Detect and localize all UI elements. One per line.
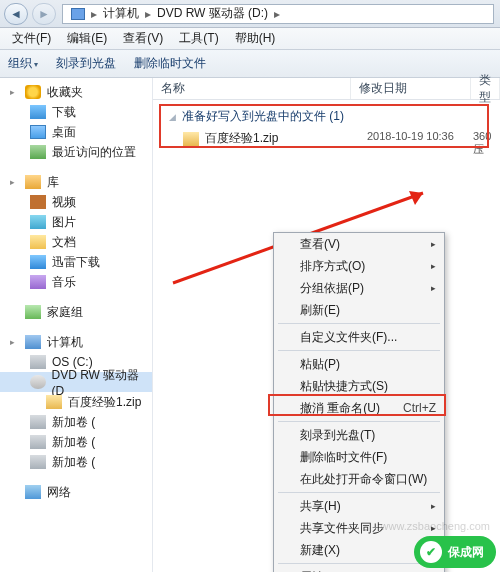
computer-icon (71, 8, 85, 20)
sidebar-computer[interactable]: ▸计算机 (0, 332, 152, 352)
ctx-properties[interactable]: 属性(R) (274, 566, 444, 572)
drive-icon (30, 355, 46, 369)
sidebar-newvol2[interactable]: 新加卷 ( (0, 432, 152, 452)
shortcut-label: Ctrl+Z (403, 401, 436, 415)
organize-button[interactable]: 组织 (8, 55, 38, 72)
menu-view[interactable]: 查看(V) (115, 30, 171, 47)
sidebar-xunlei[interactable]: 迅雷下载 (0, 252, 152, 272)
breadcrumb-segment[interactable]: 计算机 (99, 5, 143, 22)
toolbar: 组织 刻录到光盘 删除临时文件 (0, 50, 500, 78)
desktop-icon (30, 125, 46, 139)
nav-forward-button[interactable]: ► (32, 3, 56, 25)
submenu-arrow-icon: ▸ (431, 261, 436, 271)
col-modified[interactable]: 修改日期 (351, 78, 471, 99)
nav-back-button[interactable]: ◄ (4, 3, 28, 25)
drive-icon (30, 415, 46, 429)
separator (278, 350, 440, 351)
picture-icon (30, 215, 46, 229)
sidebar-pictures[interactable]: 图片 (0, 212, 152, 232)
file-date: 2018-10-19 10:36 (367, 130, 454, 142)
chevron-right-icon: ▸ (143, 7, 153, 21)
separator (278, 492, 440, 493)
breadcrumb[interactable]: ▸ 计算机 ▸ DVD RW 驱动器 (D:) ▸ (62, 4, 494, 24)
watermark-badge: ✔ 保成网 (414, 536, 496, 568)
ctx-customize[interactable]: 自定义文件夹(F)... (274, 326, 444, 348)
ctx-paste-shortcut[interactable]: 粘贴快捷方式(S) (274, 375, 444, 397)
submenu-arrow-icon: ▸ (431, 239, 436, 249)
ctx-share[interactable]: 共享(H)▸ (274, 495, 444, 517)
library-icon (25, 175, 41, 189)
sidebar-favorites[interactable]: ▸收藏夹 (0, 82, 152, 102)
menu-file[interactable]: 文件(F) (4, 30, 59, 47)
sidebar-music[interactable]: 音乐 (0, 272, 152, 292)
download-icon (30, 105, 46, 119)
ctx-paste[interactable]: 粘贴(P) (274, 353, 444, 375)
sidebar-homegroup[interactable]: 家庭组 (0, 302, 152, 322)
sidebar-newvol3[interactable]: 新加卷 ( (0, 452, 152, 472)
star-icon (25, 85, 41, 99)
burn-button[interactable]: 刻录到光盘 (56, 55, 116, 72)
delete-temp-button[interactable]: 删除临时文件 (134, 55, 206, 72)
sidebar-zip-file[interactable]: 百度经验1.zip (0, 392, 152, 412)
document-icon (30, 235, 46, 249)
col-name[interactable]: 名称 (153, 78, 351, 99)
separator (278, 421, 440, 422)
menu-help[interactable]: 帮助(H) (227, 30, 284, 47)
watermark-url: www.zsbaocheng.com (381, 520, 490, 532)
ctx-sort[interactable]: 排序方式(O)▸ (274, 255, 444, 277)
separator (278, 563, 440, 564)
ctx-view[interactable]: 查看(V)▸ (274, 233, 444, 255)
computer-icon (25, 335, 41, 349)
chevron-right-icon: ▸ (89, 7, 99, 21)
sidebar-network[interactable]: 网络 (0, 482, 152, 502)
submenu-arrow-icon: ▸ (431, 283, 436, 293)
chevron-right-icon: ▸ (272, 7, 282, 21)
music-icon (30, 275, 46, 289)
zip-icon (46, 395, 62, 409)
ctx-refresh[interactable]: 刷新(E) (274, 299, 444, 321)
breadcrumb-segment[interactable]: DVD RW 驱动器 (D:) (153, 5, 272, 22)
ctx-burn[interactable]: 刻录到光盘(T) (274, 424, 444, 446)
separator (278, 323, 440, 324)
sidebar-newvol1[interactable]: 新加卷 ( (0, 412, 152, 432)
zip-icon (183, 132, 199, 146)
file-name: 百度经验1.zip (205, 130, 278, 147)
menu-edit[interactable]: 编辑(E) (59, 30, 115, 47)
sidebar-desktop[interactable]: 桌面 (0, 122, 152, 142)
sidebar-downloads[interactable]: 下载 (0, 102, 152, 122)
sidebar-documents[interactable]: 文档 (0, 232, 152, 252)
disclosure-triangle-icon: ◢ (169, 112, 176, 122)
video-icon (30, 195, 46, 209)
file-ext: 360压 (473, 130, 500, 157)
sidebar-library[interactable]: ▸库 (0, 172, 152, 192)
badge-text: 保成网 (448, 544, 484, 561)
column-headers: 名称 修改日期 类型 (153, 78, 500, 100)
svg-marker-1 (409, 191, 423, 205)
drive-icon (30, 435, 46, 449)
sidebar: ▸收藏夹 下载 桌面 最近访问的位置 ▸库 视频 图片 文档 迅雷下载 音乐 家… (0, 78, 153, 572)
section-title[interactable]: ◢ 准备好写入到光盘中的文件 (1) (169, 108, 344, 125)
network-icon (25, 485, 41, 499)
sidebar-dvd-drive[interactable]: DVD RW 驱动器 (D (0, 372, 152, 392)
dvd-icon (30, 375, 46, 389)
ctx-open-cmd[interactable]: 在此处打开命令窗口(W) (274, 468, 444, 490)
col-type[interactable]: 类型 (471, 78, 500, 99)
ctx-undo[interactable]: 撤消 重命名(U)Ctrl+Z (274, 397, 444, 419)
badge-logo-icon: ✔ (420, 541, 442, 563)
sidebar-video[interactable]: 视频 (0, 192, 152, 212)
homegroup-icon (25, 305, 41, 319)
menu-tools[interactable]: 工具(T) (171, 30, 226, 47)
xunlei-icon (30, 255, 46, 269)
drive-icon (30, 455, 46, 469)
submenu-arrow-icon: ▸ (431, 501, 436, 511)
ctx-group[interactable]: 分组依据(P)▸ (274, 277, 444, 299)
menu-bar: 文件(F) 编辑(E) 查看(V) 工具(T) 帮助(H) (0, 28, 500, 50)
sidebar-recent[interactable]: 最近访问的位置 (0, 142, 152, 162)
ctx-delete-temp[interactable]: 删除临时文件(F) (274, 446, 444, 468)
recent-icon (30, 145, 46, 159)
content-pane[interactable]: 名称 修改日期 类型 ◢ 准备好写入到光盘中的文件 (1) 百度经验1.zip … (153, 78, 500, 572)
